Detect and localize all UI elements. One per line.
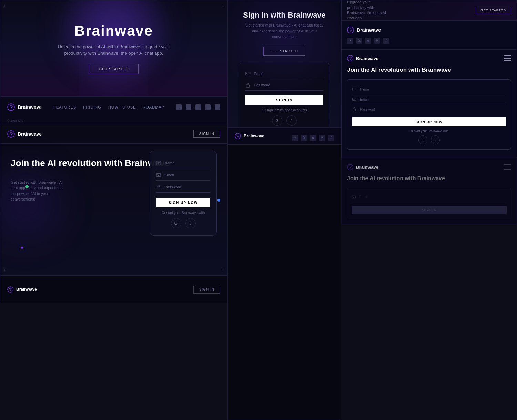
brainwave-icon-signup [7,130,15,138]
signin-footer: Brainwave ▪ 𝕏 ◈ ✈ f [227,127,341,145]
name-icon [156,161,161,165]
right-signin-faded-card: Brainwave Join the AI revolution with Br… [341,158,517,224]
brainwave-icon-footer [7,103,15,111]
copyright-bar: © 2023 Lite [0,117,227,124]
right-signup-card-header: Brainwave [347,55,511,61]
social-icon-5[interactable] [215,104,220,110]
top-right-text: Upgrade your productivity with Brainwave… [347,0,388,21]
right-oauth-buttons: G  [352,135,506,144]
svg-point-19 [347,164,353,170]
right-signup-card: Brainwave Join the AI revolution with Br… [341,50,517,158]
right-apple-button[interactable]:  [431,135,440,144]
right-social-sq-4[interactable]: ✈ [374,38,380,44]
signin-submit-button[interactable]: SIGN IN [245,95,323,105]
nav-pricing[interactable]: PRICING [83,105,101,109]
signin-password-field: Password [245,80,323,91]
svg-rect-10 [246,72,250,75]
svg-rect-8 [157,187,160,189]
social-icon-4[interactable] [205,104,211,110]
social-sq-4[interactable]: ✈ [319,135,325,141]
right-social-sq-5[interactable]: f [383,38,389,44]
right-social-sq-1[interactable]: ▪ [347,38,353,44]
signin-preview-card: Brainwave SIGN IN [0,276,227,303]
svg-point-14 [347,55,353,61]
right-google-button[interactable]: G [418,135,427,144]
right-faded-title: Join the AI revolution with Brainwave [347,175,511,182]
top-right-cta-button[interactable]: GET STARTED [476,7,511,14]
right-password-icon [352,107,356,111]
svg-point-1 [11,109,11,110]
right-card1-brand-name: Brainwave [357,27,381,33]
signin-footer-brand: Brainwave [235,133,264,139]
right-signup-brand-name: Brainwave [356,56,378,61]
social-sq-3[interactable]: ◈ [310,135,316,141]
hamburger-menu-icon[interactable] [504,55,511,61]
right-card-social: Brainwave ▪ 𝕏 ◈ ✈ f [341,21,517,50]
social-sq-1[interactable]: ▪ [292,135,298,141]
apple-oauth-button[interactable]:  [185,218,196,228]
right-social-sq-3[interactable]: ◈ [365,38,371,44]
name-field: Name [156,158,210,168]
middle-section: Sign in with Brainwave Get started with … [227,0,341,420]
email-field: Email [156,170,210,181]
signup-content: Join the AI revolution with Brainwave Ge… [0,144,227,276]
brainwave-icon-preview [7,286,13,293]
right-signup-title: Join the AI revolution with Brainwave [347,66,511,74]
social-sq-5[interactable]: f [328,135,334,141]
signin-social-icons: ▪ 𝕏 ◈ ✈ f [292,135,334,141]
signin-footer-brand-name: Brainwave [244,134,264,139]
right-password-placeholder: Password [360,107,375,111]
svg-rect-7 [156,174,161,177]
right-name-icon [352,87,356,91]
svg-point-12 [235,133,241,139]
signin-apple-button[interactable]:  [286,115,297,126]
corner-plus-tl: + [3,3,6,9]
brainwave-icon-signin-footer [235,133,241,139]
signup-brand-name: Brainwave [18,131,42,137]
right-faded-hamburger[interactable] [504,164,511,170]
signin-preview-button[interactable]: SIGN IN [193,286,220,294]
social-sq-2[interactable]: 𝕏 [301,135,307,141]
social-icon-3[interactable] [195,104,201,110]
email-icon [156,173,161,177]
hero-subtitle: Unleash the power of AI within Brainwave… [55,43,172,57]
password-placeholder: Password [164,185,181,189]
footer-brand-name: Brainwave [18,104,42,110]
signup-submit-button[interactable]: SIGN UP NOW [156,198,210,207]
svg-rect-15 [353,88,356,91]
svg-point-9 [8,287,13,292]
hero-nav-footer: Brainwave FEATURES PRICING HOW TO USE RO… [0,96,227,117]
right-faded-card-header: Brainwave [347,164,511,170]
svg-rect-4 [156,161,161,165]
hero-card: Brainwave Unleash the power of AI within… [0,0,227,96]
right-social-sq-2[interactable]: 𝕏 [356,38,362,44]
or-text: Or start your Brainwave with [156,211,210,215]
social-icon-1[interactable] [176,104,182,110]
right-signup-brand: Brainwave [347,55,378,61]
nav-features[interactable]: FEATURES [53,105,76,109]
hero-title: Brainwave [74,23,153,39]
signup-brand: Brainwave [7,130,42,138]
signin-or-text: Or sign in with open accounts [245,108,323,112]
get-started-button[interactable]: GET STARTED [89,64,139,74]
email-placeholder: Email [164,173,174,177]
right-bottom-space [341,224,517,420]
signup-subtext: Get started with Brainwave - AI chat app… [11,180,66,202]
social-icon-2[interactable] [186,104,191,110]
signin-google-button[interactable]: G [272,115,282,126]
nav-roadmap[interactable]: ROADMAP [143,105,164,109]
right-password-field: Password [352,104,506,114]
signin-large-cta-button[interactable]: GET STARTED [263,47,305,56]
top-right-bar: Upgrade your productivity with Brainwave… [341,0,517,21]
right-name-placeholder: Name [360,88,369,91]
right-name-field: Name [352,84,506,94]
nav-how-to-use[interactable]: HOW TO USE [108,105,136,109]
right-signup-submit-button[interactable]: SIGN UP NOW [352,117,506,126]
signin-oauth-buttons: G  [245,115,323,126]
signin-large-card: Sign in with Brainwave Get started with … [227,0,341,127]
right-email-field: Email [352,94,506,104]
brainwave-icon-right2 [347,55,353,61]
google-oauth-button[interactable]: G [171,218,181,228]
svg-rect-11 [246,85,250,87]
sign-in-header-button[interactable]: SIGN IN [193,130,220,138]
